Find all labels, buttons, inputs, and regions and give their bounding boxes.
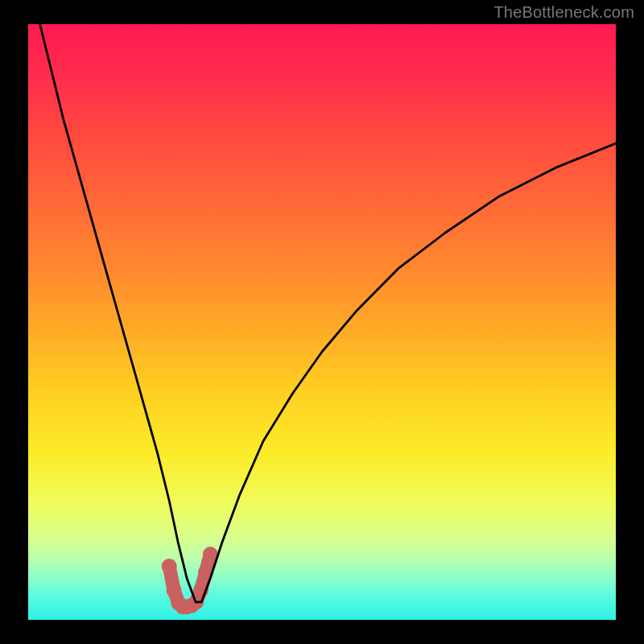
bottleneck-curve [40, 24, 616, 602]
chart-container: TheBottleneck.com [0, 0, 644, 644]
attribution-text: TheBottleneck.com [493, 3, 634, 22]
highlight-dot [162, 559, 177, 574]
plot-area [28, 24, 616, 620]
highlight-dot [167, 583, 182, 598]
plot-overlay [28, 24, 616, 620]
